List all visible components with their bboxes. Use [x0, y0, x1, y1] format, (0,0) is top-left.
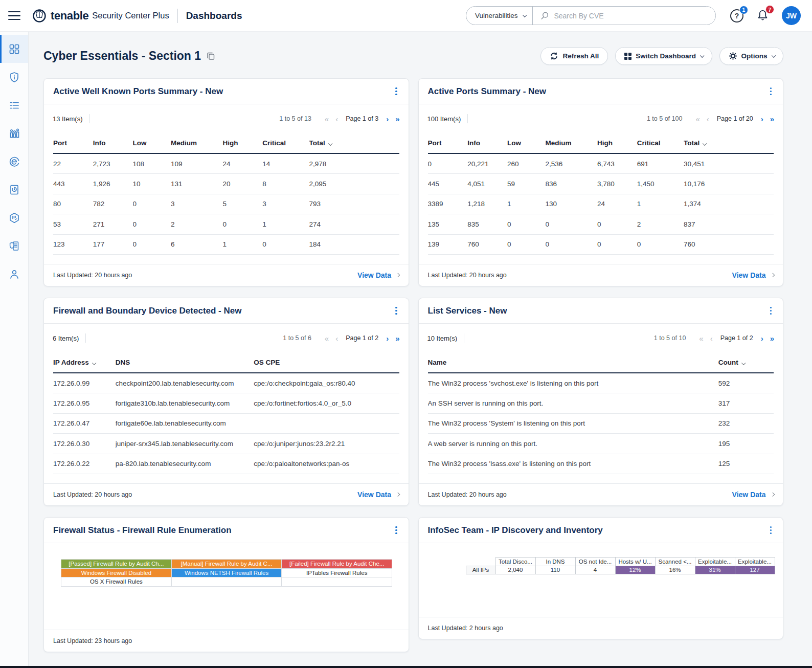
last-page-icon[interactable]: »: [395, 115, 399, 123]
search-input[interactable]: [554, 12, 708, 20]
matrix-cell[interactable]: 110: [535, 566, 575, 574]
first-page-icon[interactable]: «: [699, 334, 703, 343]
sidebar-item-findings[interactable]: [0, 63, 28, 91]
table-row[interactable]: 807820353793: [53, 194, 399, 214]
column-header[interactable]: Port: [428, 133, 468, 153]
table-row[interactable]: 172.26.0.99checkpoint200.lab.tenablesecu…: [53, 373, 399, 393]
column-header[interactable]: Info: [93, 133, 133, 153]
first-page-icon[interactable]: «: [325, 115, 329, 123]
column-header[interactable]: Exploitable...: [695, 558, 735, 566]
sidebar-item-queries[interactable]: [0, 91, 28, 119]
table-row[interactable]: 222,72310810924142,978: [53, 153, 399, 174]
kebab-menu-icon[interactable]: [768, 305, 774, 317]
column-header[interactable]: Medium: [171, 133, 222, 153]
matrix-cell[interactable]: [Passed] Firewall Rule by Audit Ch...: [61, 560, 172, 569]
options-button[interactable]: Options: [719, 47, 784, 65]
table-row[interactable]: 1358350002837: [428, 214, 774, 235]
first-page-icon[interactable]: «: [695, 115, 700, 123]
column-header[interactable]: Medium: [546, 133, 597, 153]
kebab-menu-icon[interactable]: [393, 305, 399, 317]
matrix-cell[interactable]: 2,040: [495, 566, 535, 574]
table-row[interactable]: 4431,926101312082,095: [53, 174, 399, 194]
sidebar-item-solutions[interactable]: [0, 147, 28, 175]
last-page-icon[interactable]: »: [395, 334, 399, 343]
kebab-menu-icon[interactable]: [768, 85, 774, 97]
column-header[interactable]: Port: [53, 133, 93, 153]
help-button[interactable]: ? 1: [730, 9, 743, 23]
table-row[interactable]: 172.26.0.47fortigate60e.lab.tenablesecur…: [53, 413, 399, 434]
matrix-cell[interactable]: 127: [735, 566, 775, 574]
prev-page-icon[interactable]: ‹: [710, 334, 713, 343]
column-header[interactable]: Exploitable...: [735, 558, 775, 566]
matrix-cell[interactable]: Windows NETSH Firewall Rules: [171, 568, 282, 577]
next-page-icon[interactable]: ›: [386, 115, 389, 123]
matrix-cell[interactable]: IPTables Firewall Rules: [282, 568, 392, 577]
next-page-icon[interactable]: ›: [386, 334, 389, 343]
kebab-menu-icon[interactable]: [768, 524, 774, 536]
table-row[interactable]: 1397600000760: [428, 234, 774, 255]
column-header[interactable]: OS not Ide...: [575, 558, 615, 566]
next-page-icon[interactable]: ›: [761, 115, 763, 123]
table-row[interactable]: A web server is running on this port.195: [428, 434, 774, 454]
matrix-cell[interactable]: Windows Firewall Disabled: [61, 568, 172, 577]
matrix-cell[interactable]: 4: [575, 566, 615, 574]
last-page-icon[interactable]: »: [770, 115, 774, 123]
column-header[interactable]: High: [222, 133, 262, 153]
column-header[interactable]: Critical: [262, 133, 309, 153]
matrix-cell[interactable]: All IPs: [466, 566, 495, 574]
table-row[interactable]: 4454,051598363,7801,45010,176: [428, 174, 774, 194]
avatar[interactable]: JW: [782, 6, 801, 25]
table-row[interactable]: 532710201274: [53, 214, 399, 235]
sidebar-item-users[interactable]: [0, 260, 28, 288]
column-header[interactable]: In DNS: [535, 558, 575, 566]
column-header[interactable]: Critical: [637, 133, 684, 153]
view-data-link[interactable]: View Data: [357, 271, 399, 279]
table-row[interactable]: The Win32 process 'svchost.exe' is liste…: [428, 373, 774, 393]
sidebar-item-dashboards[interactable]: [0, 35, 28, 63]
refresh-all-button[interactable]: Refresh All: [540, 47, 608, 65]
last-page-icon[interactable]: »: [770, 334, 774, 343]
matrix-cell[interactable]: 12%: [615, 566, 655, 574]
matrix-cell[interactable]: [Manual] Firewall Rule by Audit C...: [171, 560, 282, 569]
column-header[interactable]: Low: [133, 133, 171, 153]
table-row[interactable]: The Win32 process 'lsass.exe' is listeni…: [428, 454, 774, 474]
column-header[interactable]: Scanned <...: [655, 558, 695, 566]
notifications-button[interactable]: 7: [756, 9, 770, 23]
table-row[interactable]: 172.26.0.22pa-820.lab.tenablesecurity.co…: [53, 454, 399, 474]
column-header[interactable]: [466, 558, 495, 566]
view-data-link[interactable]: View Data: [357, 491, 399, 499]
first-page-icon[interactable]: «: [325, 334, 329, 343]
column-header[interactable]: High: [597, 133, 637, 153]
matrix-cell[interactable]: [Failed] Firewall Rule by Audit Che...: [282, 560, 392, 569]
column-header[interactable]: Total: [309, 133, 399, 153]
column-header[interactable]: Count: [718, 352, 774, 373]
sidebar-item-scan-results[interactable]: [0, 119, 28, 147]
table-row[interactable]: 172.26.0.95fortigate310b.lab.tenablesecu…: [53, 393, 399, 414]
view-data-link[interactable]: View Data: [732, 491, 774, 499]
column-header[interactable]: Total: [684, 133, 774, 153]
column-header[interactable]: Name: [428, 352, 718, 373]
column-header[interactable]: Total Disco...: [495, 558, 535, 566]
prev-page-icon[interactable]: ‹: [335, 334, 338, 343]
sidebar-item-policies[interactable]: [0, 232, 28, 260]
kebab-menu-icon[interactable]: [393, 524, 399, 536]
sidebar-item-reports[interactable]: [0, 175, 28, 204]
matrix-cell[interactable]: 31%: [695, 566, 735, 574]
next-page-icon[interactable]: ›: [761, 334, 763, 343]
table-row[interactable]: 020,2212602,5366,74369130,451: [428, 153, 774, 174]
table-row[interactable]: 172.26.0.30juniper-srx345.lab.tenablesec…: [53, 434, 399, 454]
prev-page-icon[interactable]: ‹: [707, 115, 709, 123]
column-header[interactable]: Info: [467, 133, 507, 153]
column-header[interactable]: DNS: [116, 352, 254, 373]
switch-dashboard-button[interactable]: Switch Dashboard: [615, 47, 712, 65]
table-row[interactable]: 33891,21811302411,374: [428, 194, 774, 214]
prev-page-icon[interactable]: ‹: [335, 115, 338, 123]
column-header[interactable]: IP Address: [53, 352, 116, 373]
table-row[interactable]: An SSH server is running on this port.31…: [428, 393, 774, 414]
column-header[interactable]: Hosts w/ U...: [615, 558, 655, 566]
kebab-menu-icon[interactable]: [393, 85, 399, 97]
matrix-cell[interactable]: OS X Firewall Rules: [61, 577, 172, 587]
table-row[interactable]: The Win32 process 'System' is listening …: [428, 413, 774, 434]
matrix-cell[interactable]: 16%: [655, 566, 695, 574]
search-scope-dropdown[interactable]: Vulnerabilities: [466, 7, 533, 25]
